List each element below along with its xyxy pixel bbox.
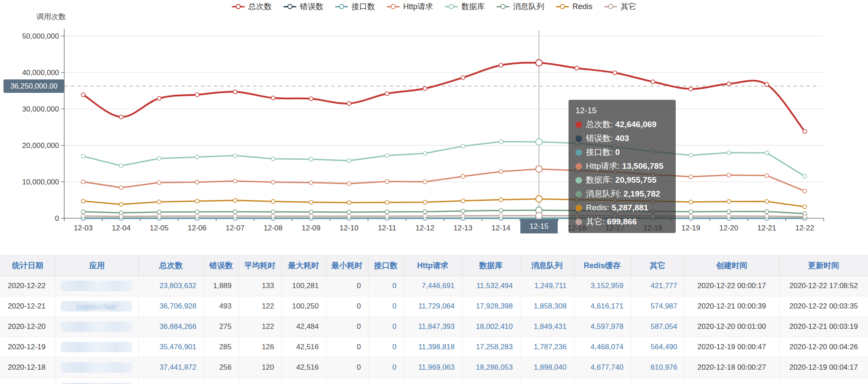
cell-other[interactable]: 673,308 [631,378,684,384]
cell-http[interactable]: 11,398,818 [404,337,462,358]
cell-db[interactable]: 18,286,053 [462,358,520,378]
series-color-dot [575,191,582,197]
cell-http[interactable]: 11,847,393 [404,317,462,337]
cell-total[interactable]: 36,884,266 [138,317,204,337]
data-point [309,214,313,218]
cell-http[interactable]: 7,446,691 [404,276,462,296]
tooltip-text: 数据库: 20,955,755 [586,174,657,186]
x-axis-tick-label: 12-03 [74,224,92,232]
cell-mq[interactable]: 1,898,040 [520,358,574,378]
data-point [803,205,807,209]
data-point [157,181,161,184]
tooltip-text: Redis: 5,287,881 [586,203,648,213]
cell-other[interactable]: 564,490 [631,337,684,358]
cell-mq[interactable]: 2,019,122 [520,378,574,384]
cell-other[interactable]: 421,777 [631,276,684,296]
cell-mq[interactable]: 1,787,236 [520,337,574,358]
data-point [689,175,693,179]
cell-api[interactable]: 0 [368,296,404,317]
data-point [765,210,769,213]
cell-api[interactable]: 0 [368,358,404,378]
cell-redis[interactable]: 4,468,074 [574,337,631,358]
column-header-min_ms: 最小耗时 [326,256,368,276]
cell-total[interactable]: 35,476,901 [138,337,204,358]
x-axis-tick-label: 12-08 [264,224,283,232]
cell-http[interactable]: 12,672,101 [404,378,462,384]
column-header-created: 创建时间 [684,256,779,276]
cell-created: 2020-12-20 00:01:00 [684,317,779,337]
y-axis-tick-label: 10,000,000 [22,178,59,186]
cell-http[interactable]: 11,969,063 [404,358,462,378]
cell-created: 2020-12-22 00:00:17 [684,276,779,296]
cell-other[interactable]: 610,976 [631,358,684,378]
cell-redis[interactable]: 4,923,781 [574,378,631,384]
column-header-http: Http请求 [404,256,462,276]
cell-db[interactable]: 19,615,472 [462,378,520,384]
data-point [195,199,199,203]
x-axis-tick-label: 12-12 [416,224,434,232]
cell-db[interactable]: 11,532,494 [462,276,520,296]
cell-total[interactable]: 23,803,632 [138,276,204,296]
data-point [727,210,731,213]
series-color-dot [575,149,582,156]
column-header-errors: 错误数 [204,256,239,276]
data-point [81,210,85,213]
series-color-dot [575,205,582,211]
cell-redis[interactable]: 3,152,959 [574,276,631,296]
data-point [727,173,731,177]
data-point [195,180,199,184]
data-point [765,174,769,177]
cell-db[interactable]: 18,002,410 [462,317,520,337]
tooltip-row: 错误数: 403 [575,131,669,145]
cell-mq[interactable]: 1,249,711 [520,276,574,296]
cell-api[interactable]: 0 [368,276,404,296]
cell-redis[interactable]: 4,677,740 [574,358,631,378]
cell-api[interactable]: 0 [368,337,404,358]
tooltip-text: 其它: 699,866 [586,216,637,227]
cell-min_ms: 0 [326,378,368,384]
column-header-app: 应用 [56,256,138,276]
cell-total[interactable]: 39,903,784 [138,378,204,384]
data-point [157,96,161,100]
cell-other[interactable]: 574,987 [631,296,684,317]
cell-api[interactable]: 0 [368,317,404,337]
cell-app [56,358,138,378]
table-row: 2020-12-1935,476,90128512642,5160011,398… [0,337,868,358]
series-line [83,169,805,191]
data-point [423,86,427,90]
x-axis-tick-label: 12-14 [492,224,510,232]
cell-app [56,337,138,358]
x-axis-tick-label: 12-09 [302,224,320,232]
data-point [119,115,123,119]
data-point [385,210,389,214]
data-point [271,157,275,161]
data-point [385,180,389,184]
cell-api[interactable]: 0 [368,378,404,384]
cell-updated: 2020-12-18 00:03:50 [779,378,868,384]
cell-app [56,317,138,337]
cell-db[interactable]: 17,258,283 [462,337,520,358]
cell-mq[interactable]: 1,849,431 [520,317,574,337]
cell-avg_ms: 122 [239,296,281,317]
x-axis-tick-label: 12-22 [796,224,814,232]
cell-other[interactable]: 587,054 [631,317,684,337]
cell-redis[interactable]: 4,597,978 [574,317,631,337]
cell-db[interactable]: 17,928,398 [462,296,520,317]
cell-redis[interactable]: 4,616,171 [574,296,631,317]
cell-mq[interactable]: 1,858,308 [520,296,574,317]
data-point [119,203,123,207]
cell-min_ms: 0 [326,296,368,317]
data-point [233,210,237,213]
cell-http[interactable]: 11,729,064 [404,296,462,317]
data-point [613,71,617,75]
data-point [233,214,237,218]
data-point [689,210,693,213]
tooltip-text: 接口数: 0 [586,147,620,158]
cell-avg_ms: 114 [239,378,281,384]
cell-min_ms: 0 [326,317,368,337]
cell-total[interactable]: 37,441,872 [138,358,204,378]
x-axis-tick-label: 12-19 [681,224,700,232]
cell-total[interactable]: 36,706,928 [138,296,204,317]
line-chart[interactable]: 50,000,00040,000,00030,000,00020,000,000… [0,0,868,243]
series-color-dot [575,177,582,184]
